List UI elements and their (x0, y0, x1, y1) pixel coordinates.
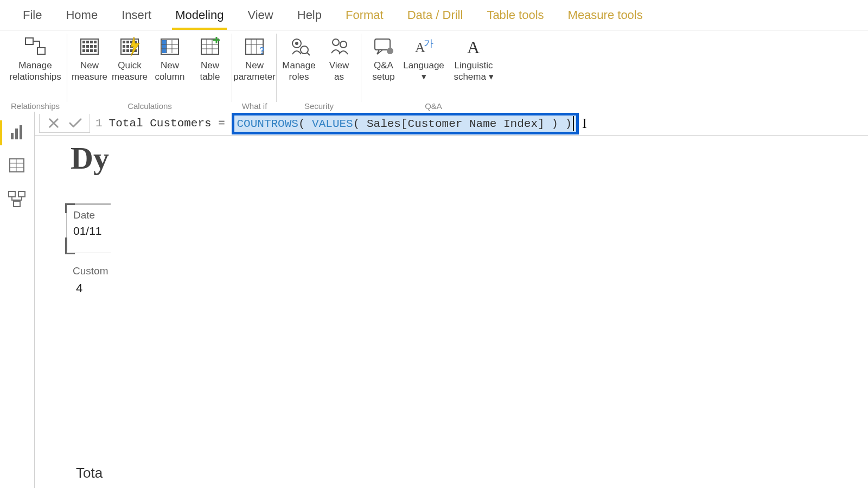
chart-icon (5, 121, 29, 145)
menu-file[interactable]: File (11, 0, 54, 30)
roles-icon (286, 35, 312, 59)
model-icon (5, 188, 29, 212)
svg-point-48 (333, 39, 339, 46)
report-title-fragment: Dy (71, 140, 111, 176)
new-measure-button[interactable]: New measure (69, 34, 110, 83)
svg-rect-63 (18, 191, 25, 197)
group-caption: Q&A (425, 101, 442, 111)
parameter-icon: ? (241, 35, 267, 59)
qa-setup-label: Q&A setup (372, 60, 395, 83)
menu-data-drill[interactable]: Data / Drill (395, 0, 475, 30)
svg-rect-62 (9, 191, 15, 197)
svg-rect-1 (37, 48, 45, 54)
group-caption: Calculations (127, 101, 172, 111)
svg-rect-9 (90, 45, 93, 48)
manage-relationships-button[interactable]: Manage relationships (5, 34, 65, 83)
view-as-label: View as (329, 60, 349, 83)
report-canvas[interactable]: Dy Date 01/11 Custom 4 Tota (35, 136, 111, 488)
svg-rect-12 (86, 49, 89, 52)
date-slicer[interactable]: Date 01/11 (66, 203, 111, 253)
svg-rect-58 (10, 159, 24, 172)
svg-rect-10 (94, 45, 97, 48)
menu-measure-tools[interactable]: Measure tools (556, 0, 655, 30)
language-button[interactable]: A가Language ▾ (404, 34, 444, 83)
cancel-formula-button[interactable] (43, 114, 65, 132)
formula-bar-buttons (39, 114, 90, 133)
formula-input[interactable]: 1 Total Customers = COUNTROWS( VALUES( S… (93, 112, 868, 135)
group-caption: Relationships (11, 101, 60, 111)
customer-slicer-value[interactable]: 4 (76, 281, 111, 296)
ribbon-group-security: Manage rolesView asSecurity (277, 30, 361, 112)
ribbon-group-q-a: Q&A setupA가Language ▾ALinguistic schema … (361, 30, 506, 112)
svg-rect-11 (82, 49, 85, 52)
view-as-button[interactable]: View as (319, 34, 359, 83)
svg-rect-14 (94, 49, 97, 52)
svg-rect-50 (375, 39, 390, 50)
formula-dropdown-backdrop (111, 136, 868, 488)
bottom-label-fragment: Tota (76, 465, 103, 481)
svg-rect-8 (86, 45, 89, 48)
svg-rect-7 (82, 45, 85, 48)
text-caret (573, 116, 574, 131)
quick-measure-button[interactable]: Quick measure (110, 34, 150, 83)
new-column-button[interactable]: New column (150, 34, 190, 83)
menu-view[interactable]: View (235, 0, 285, 30)
new-parameter-button[interactable]: ?New parameter (234, 34, 275, 83)
svg-point-46 (301, 46, 308, 54)
view-rail (0, 112, 35, 488)
customer-slicer-label: Custom (73, 265, 111, 277)
schema-icon: A (461, 35, 487, 59)
new-parameter-label: New parameter (233, 60, 275, 83)
manage-relationships-label: Manage relationships (9, 60, 61, 83)
menu-help[interactable]: Help (285, 0, 334, 30)
linguistic-schema-label: Linguistic schema ▾ (454, 60, 493, 83)
language-label: Language ▾ (403, 60, 444, 83)
svg-text:A: A (467, 37, 480, 57)
svg-rect-56 (15, 129, 18, 139)
quick-measure-icon (117, 35, 143, 59)
svg-rect-3 (82, 41, 85, 43)
measure-icon (76, 35, 103, 59)
menu-format[interactable]: Format (334, 0, 395, 30)
commit-formula-button[interactable] (65, 114, 86, 132)
new-table-label: New table (200, 60, 220, 83)
manage-roles-label: Manage roles (282, 60, 315, 83)
data-view-button[interactable] (0, 150, 35, 183)
svg-point-45 (295, 42, 298, 45)
ribbon-group-what-if: ?New parameterWhat if (232, 30, 277, 112)
grid-icon (5, 155, 29, 178)
svg-point-51 (387, 48, 393, 54)
formula-measure-name: Total Customers (109, 117, 212, 130)
relationships-icon (22, 35, 48, 59)
svg-point-49 (340, 41, 347, 48)
svg-rect-57 (20, 125, 22, 139)
table-icon (197, 35, 223, 59)
menu-table-tools[interactable]: Table tools (475, 0, 556, 30)
model-view-button[interactable] (0, 183, 35, 217)
new-table-button[interactable]: New table (190, 34, 230, 83)
report-view-button[interactable] (0, 116, 35, 150)
svg-line-47 (307, 53, 310, 55)
svg-rect-0 (25, 38, 33, 44)
formula-line-number: 1 (95, 117, 103, 130)
language-icon: A가 (411, 35, 437, 59)
svg-rect-5 (90, 41, 93, 43)
svg-rect-29 (162, 40, 167, 53)
column-icon (157, 35, 183, 59)
svg-rect-6 (94, 41, 97, 43)
manage-roles-button[interactable]: Manage roles (279, 34, 319, 83)
qa-setup-button[interactable]: Q&A setup (363, 34, 404, 83)
svg-rect-24 (123, 49, 125, 52)
menu-home[interactable]: Home (54, 0, 110, 30)
ribbon-group-relationships: Manage relationshipsRelationships (3, 30, 67, 112)
group-caption: Security (304, 101, 334, 111)
linguistic-schema-button[interactable]: ALinguistic schema ▾ (444, 34, 503, 83)
text-cursor-icon: I (582, 115, 587, 132)
svg-rect-21 (126, 45, 129, 48)
quick-measure-label: Quick measure (112, 60, 148, 83)
ribbon-group-calculations: New measureQuick measureNew columnNew ta… (67, 30, 232, 112)
menu-insert[interactable]: Insert (110, 0, 163, 30)
qa-icon (371, 35, 397, 59)
svg-rect-25 (126, 49, 129, 52)
menu-modeling[interactable]: Modeling (163, 0, 235, 30)
